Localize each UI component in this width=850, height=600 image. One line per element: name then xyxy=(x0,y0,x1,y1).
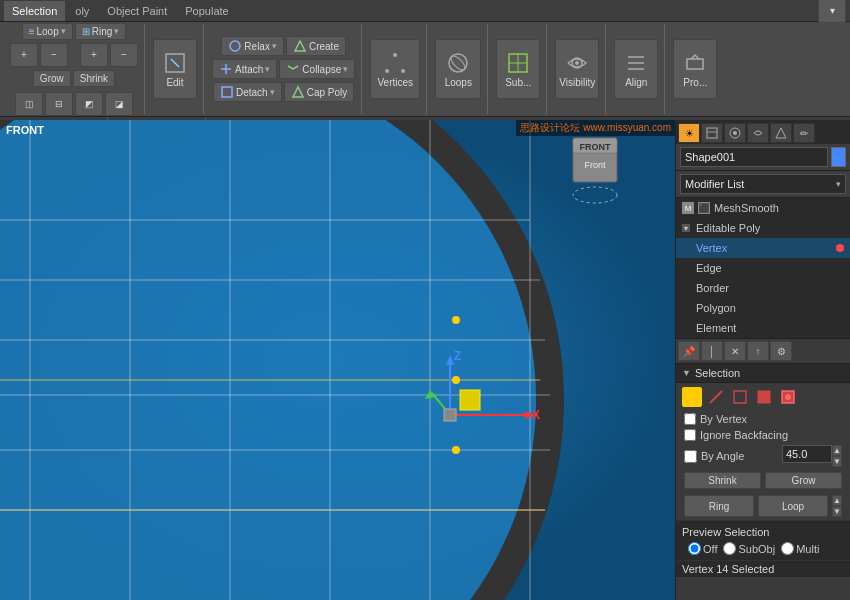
svg-rect-50 xyxy=(444,409,456,421)
edge-sel-icon[interactable] xyxy=(706,387,726,407)
modifier-element[interactable]: Element xyxy=(676,318,850,338)
selection-section-header[interactable]: ▼ Selection xyxy=(676,364,850,383)
subobj-radio[interactable] xyxy=(723,542,736,555)
grow-btn[interactable]: Grow xyxy=(33,70,71,87)
ring-loop-up[interactable]: ▲ xyxy=(832,495,842,506)
by-angle-down[interactable]: ▼ xyxy=(832,456,842,467)
icon4[interactable]: ◪ xyxy=(105,92,133,116)
by-angle-check[interactable] xyxy=(684,450,697,463)
svg-line-65 xyxy=(710,391,722,403)
object-color-swatch[interactable] xyxy=(831,147,846,167)
selection-icons xyxy=(676,383,850,411)
cap-poly-btn[interactable]: Cap Poly xyxy=(284,82,355,102)
tab-selection[interactable]: Selection xyxy=(4,1,65,21)
modifier-editable-poly[interactable]: ▾ Editable Poly xyxy=(676,218,850,238)
preview-header[interactable]: Preview Selection xyxy=(682,524,844,540)
stack-remove-btn[interactable]: ✕ xyxy=(724,341,746,361)
stack-highlight-btn[interactable]: │ xyxy=(701,341,723,361)
toolbar-extra-btn[interactable]: ▾ xyxy=(818,0,846,23)
minus2-icon[interactable]: − xyxy=(110,43,138,67)
icon-buttons-group: Vertices xyxy=(364,24,427,114)
plus2-icon[interactable]: + xyxy=(80,43,108,67)
sub-btn[interactable]: Sub... xyxy=(496,39,540,99)
by-angle-input[interactable] xyxy=(782,445,832,463)
edit-btn[interactable]: Edit xyxy=(153,39,197,99)
relax-btn[interactable]: Relax ▾ xyxy=(221,36,284,56)
icon1[interactable]: ◫ xyxy=(15,92,43,116)
stack-up-btn[interactable]: ↑ xyxy=(747,341,769,361)
off-radio-label[interactable]: Off xyxy=(688,542,717,555)
panel-tab-modifier[interactable] xyxy=(701,123,723,143)
icon2[interactable]: ⊟ xyxy=(45,92,73,116)
vertex-status: Vertex 14 Selected xyxy=(676,560,850,577)
grow-btn-sel[interactable]: Grow xyxy=(765,472,842,489)
minus-icon[interactable]: − xyxy=(40,43,68,67)
ring-loop-down[interactable]: ▼ xyxy=(832,506,842,517)
ring-loop-pair: Ring Loop ▲ ▼ xyxy=(676,492,850,520)
viewport[interactable]: Z X FRONT Front xyxy=(0,120,675,600)
stack-pin-btn[interactable]: 📌 xyxy=(678,341,700,361)
attach-btn[interactable]: Attach ▾ xyxy=(212,59,277,79)
svg-marker-3 xyxy=(295,41,305,51)
watermark: 思路设计论坛 www.missyuan.com xyxy=(516,120,675,136)
svg-point-40 xyxy=(452,376,460,384)
poly-expand-icon: ▾ xyxy=(682,224,690,232)
pro-btn-group: Pro... xyxy=(667,24,723,114)
tab-oly[interactable]: oly xyxy=(67,1,97,21)
svg-marker-61 xyxy=(776,128,786,138)
off-radio[interactable] xyxy=(688,542,701,555)
geometry-group: Relax ▾ Create Attach ▾ Collapse ▾ xyxy=(206,24,362,114)
ring-btn-sel[interactable]: Ring xyxy=(684,495,754,517)
multi-radio[interactable] xyxy=(781,542,794,555)
pro-btn[interactable]: Pro... xyxy=(673,39,717,99)
loop-btn-sel[interactable]: Loop xyxy=(758,495,828,517)
collapse-btn[interactable]: Collapse ▾ xyxy=(279,59,355,79)
stack-toolbar: 📌 │ ✕ ↑ ⚙ xyxy=(676,339,850,364)
panel-tab-display2[interactable] xyxy=(770,123,792,143)
shrink-btn-sel[interactable]: Shrink xyxy=(684,472,761,489)
create-btn[interactable]: Create xyxy=(286,36,346,56)
ignore-backfacing-check[interactable] xyxy=(684,429,696,441)
shrink-btn[interactable]: Shrink xyxy=(73,70,115,87)
modifier-polygon[interactable]: Polygon xyxy=(676,298,850,318)
ring-btn[interactable]: ⊞ Ring ▾ xyxy=(75,23,127,40)
border-sel-icon[interactable] xyxy=(730,387,750,407)
vertices-btn[interactable]: Vertices xyxy=(370,39,420,99)
svg-rect-6 xyxy=(222,87,232,97)
svg-line-1 xyxy=(171,59,179,67)
vertex-sel-icon[interactable] xyxy=(682,387,702,407)
loop-btn[interactable]: ≡ Loop ▾ xyxy=(22,23,73,40)
right-panel: ☀ ✏ Modifier List ▾ xyxy=(675,120,850,600)
element-sel-icon[interactable] xyxy=(778,387,798,407)
panel-tab-motion[interactable] xyxy=(747,123,769,143)
by-vertex-check[interactable] xyxy=(684,413,696,425)
plus-icon[interactable]: + xyxy=(10,43,38,67)
polygon-sel-icon[interactable] xyxy=(754,387,774,407)
loops-btn[interactable]: Loops xyxy=(435,39,481,99)
tab-populate[interactable]: Populate xyxy=(177,1,236,21)
stack-settings-btn[interactable]: ⚙ xyxy=(770,341,792,361)
icon3[interactable]: ◩ xyxy=(75,92,103,116)
modifier-border[interactable]: Border xyxy=(676,278,850,298)
modifier-list-dropdown[interactable]: Modifier List ▾ xyxy=(680,174,846,194)
panel-tab-util[interactable]: ✏ xyxy=(793,123,815,143)
svg-point-39 xyxy=(452,316,460,324)
modifier-meshsmooth[interactable]: M ⬛ MeshSmooth xyxy=(676,198,850,218)
panel-tab-hierarchy[interactable] xyxy=(724,123,746,143)
panel-tab-display[interactable]: ☀ xyxy=(678,123,700,143)
shrink-grow-pair: Shrink Grow xyxy=(676,469,850,492)
svg-point-60 xyxy=(733,131,737,135)
by-angle-up[interactable]: ▲ xyxy=(832,445,842,456)
tab-object-paint[interactable]: Object Paint xyxy=(99,1,175,21)
visibility-btn[interactable]: Visibility xyxy=(555,39,599,99)
selection-panel: ▼ Selection xyxy=(676,364,850,600)
multi-radio-label[interactable]: Multi xyxy=(781,542,819,555)
subobj-radio-label[interactable]: SubObj xyxy=(723,542,775,555)
detach-btn[interactable]: Detach ▾ xyxy=(213,82,282,102)
object-name-input[interactable] xyxy=(680,147,828,167)
modifier-vertex[interactable]: Vertex xyxy=(676,238,850,258)
align-btn[interactable]: Align xyxy=(614,39,658,99)
modifier-edge[interactable]: Edge xyxy=(676,258,850,278)
by-angle-row: By Angle ▲ ▼ xyxy=(676,443,850,469)
meshsmooth-vis-icon: ⬛ xyxy=(698,202,710,214)
